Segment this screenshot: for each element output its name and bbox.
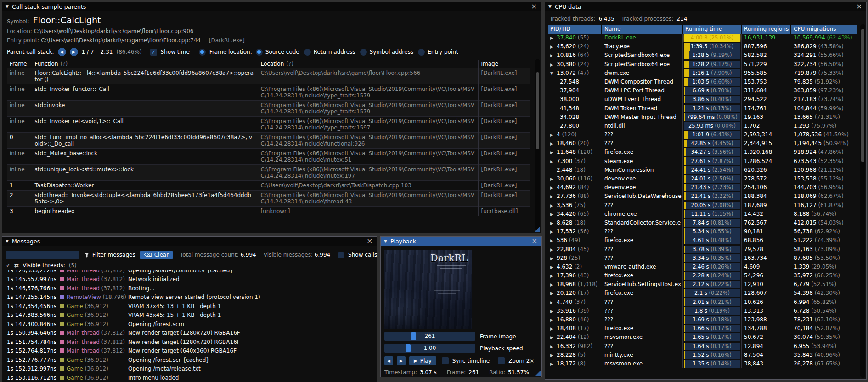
cpu-row[interactable]: ▶22,404 (12)msvsmon.exe1.65 s (0.17%)50,… — [548, 333, 866, 342]
zoom-2x-checkbox[interactable]: ✓ — [498, 357, 505, 364]
filter-input[interactable] — [6, 251, 79, 259]
callstack-row[interactable]: inlinestd::invokeC:\Program Files (x86)\… — [7, 101, 530, 117]
column-header-cpu-migrations[interactable]: CPU migrations — [791, 25, 858, 34]
cpu-row[interactable]: 34,028DWM Master Input Thread799.64 ms (… — [548, 113, 866, 122]
expand-icon[interactable]: ▶ — [550, 219, 557, 227]
expand-icon[interactable]: ▶ — [550, 360, 557, 368]
cpu-row[interactable]: 37,904DWM LPC Port Thread6.69 s (0.70%)3… — [548, 86, 866, 95]
cpu-row[interactable]: ▶4 (120)???1:01.9 (6.43%)2,593,3141,078,… — [548, 130, 866, 139]
collapse-icon[interactable]: ▼ — [6, 239, 9, 243]
cpu-row[interactable]: ▶928 (25)???3.34 s (0.35%)163,73487,605 … — [548, 254, 866, 263]
cpu-row[interactable]: ▶16,880 (46)???1.69 s (0.18%)123,98878,2… — [548, 315, 866, 324]
column-header-location[interactable]: Location(?) — [258, 60, 478, 68]
expand-icon[interactable]: ▶ — [550, 298, 557, 307]
callstack-scrollbar[interactable] — [535, 59, 540, 230]
message-row[interactable]: 1s 150,994,646nsMain thread (37,812)New … — [6, 329, 373, 338]
cpu-row[interactable]: ▶37,840 (55)DarkRL.exe4:00.8 (25.01%)16,… — [548, 34, 866, 42]
cpu-row[interactable]: ▶45,620 (24)Tracy.exe1:39.5 (10.34%)887,… — [548, 42, 866, 51]
message-row[interactable]: 1s 147,255,145nsRemoteView (18,796)Remot… — [6, 293, 373, 302]
cpu-row[interactable]: 27,800ntdll.dll25.93 ms (0.00%)1,7021,29… — [548, 122, 866, 130]
next-parent-button[interactable]: ▶ — [70, 48, 78, 56]
cpu-row[interactable]: ▶22,804 (45)???3.78 s (0.39%)79,57858,16… — [548, 245, 866, 254]
cpu-row[interactable]: ▶2,448 (18)MemCompression24.41 s (2.54%)… — [548, 166, 866, 174]
expand-icon[interactable]: ▶ — [550, 228, 557, 236]
message-row[interactable]: 1s 153,116,712nsGame (36,912)Intro menu … — [6, 373, 373, 382]
expand-icon[interactable]: ▶ — [550, 34, 557, 42]
cpu-row[interactable]: ▶4,740 (37)???2.01 s (0.21%)10,6266,994 … — [548, 298, 866, 307]
expand-icon[interactable]: ▶ — [550, 131, 557, 139]
cpu-row[interactable]: ▶18,172 (8)msvsmon.exe1.35 s (0.14%)38,8… — [548, 360, 866, 368]
scrollbar-thumb[interactable] — [861, 29, 864, 162]
messages-titlebar[interactable]: ▼ Messages × — [2, 237, 377, 246]
expand-icon[interactable]: ▶ — [550, 343, 557, 351]
radio-symbol-address[interactable]: Symbol address — [360, 49, 414, 56]
column-header-name[interactable]: Name — [602, 25, 683, 34]
expand-icon[interactable]: ▶ — [550, 351, 557, 360]
show-callstacks-checkbox[interactable]: ✓ — [338, 252, 344, 258]
cpu-row[interactable]: ▶34,420 (65)chrome.exe11.11 s (1.15%)14,… — [548, 210, 866, 219]
prev-frame-button[interactable]: ◀ — [384, 356, 393, 365]
play-button[interactable]: ▶Play — [409, 356, 436, 365]
close-icon[interactable]: × — [366, 238, 373, 245]
playback-titlebar[interactable]: ▼ Playback × — [381, 237, 541, 246]
cpu-row[interactable]: ▶3,536 (75)???20.05 s (2.08%)187,689116,… — [548, 201, 866, 210]
cpu-row[interactable]: 27,548DWM Compositor Thread1:03.5 (6.60%… — [548, 78, 866, 86]
clear-button[interactable]: ⌫ Clear — [140, 251, 173, 259]
expand-icon[interactable]: ▶ — [550, 263, 557, 271]
cpu-row[interactable]: ▶35,916 (39)???1.8 s (0.19%)13,3136,728 … — [548, 307, 866, 315]
radio-icon[interactable] — [256, 49, 263, 56]
cpu-row[interactable]: ▶17,396 (43)firefox.exe2.28 s (0.24%)54,… — [548, 271, 866, 280]
expand-icon[interactable]: ▶ — [550, 325, 557, 333]
callstack-row[interactable]: 3beginthreadex[unknown][ucrtbase.dll] — [7, 207, 530, 216]
expand-icon[interactable]: ▶ — [550, 316, 557, 324]
expand-icon[interactable]: ▶ — [550, 272, 557, 280]
message-row[interactable]: 1s 120,335,272nsMain thread (37,812)Open… — [6, 270, 373, 275]
expand-icon[interactable]: ▶ — [550, 246, 557, 254]
sync-timeline-checkbox[interactable]: ✓ — [442, 357, 449, 364]
frame-slider[interactable]: 261 — [384, 332, 475, 341]
close-icon[interactable]: × — [855, 3, 863, 10]
cpu-row[interactable]: ▼13,072 (47)dwm.exe1:16.1 (7.90%)955,585… — [548, 69, 866, 78]
callstack-row[interactable]: 2std::thread::_Invoke<std::tuple<<lambda… — [7, 191, 530, 207]
expand-icon[interactable]: ▶ — [550, 157, 557, 166]
show-time-checkbox[interactable]: ✓ — [150, 49, 157, 56]
close-icon[interactable]: × — [530, 238, 538, 245]
cpu-row[interactable]: ▶11,648 (120)firefox.exe34.27 s (3.56%)1… — [548, 148, 866, 157]
cpu-scrollbar[interactable] — [860, 24, 865, 378]
callstack-titlebar[interactable]: ▼ Call stack sample parents × — [2, 2, 541, 11]
expand-icon[interactable]: ▶ — [550, 281, 557, 289]
message-row[interactable]: 1s 152,776,777nsGame (36,912)Opening /fo… — [6, 355, 373, 365]
message-row[interactable]: 1s 147,383,566nsGame (36,912)VRAM 43x45:… — [6, 311, 373, 320]
cpu-row[interactable]: ▶20,120 (17)firefox.exe2.1 s (0.22%)128,… — [548, 289, 866, 298]
column-header-image[interactable]: Image — [478, 60, 530, 68]
callstack-row[interactable]: 1TaskDispatch::WorkerC:\Users\wolf\Deskt… — [7, 181, 530, 191]
expand-icon[interactable]: ▶ — [550, 184, 557, 192]
callstack-row[interactable]: inlineFloor::CalcLight::__l4::<lambda_5b… — [7, 68, 530, 84]
expand-icon[interactable]: ▶ — [550, 210, 557, 219]
column-header-running-time[interactable]: Running time — [683, 25, 742, 34]
column-header-pid-tid[interactable]: PID/TID — [548, 25, 602, 34]
expand-icon[interactable]: ▶ — [550, 254, 557, 263]
cpu-row[interactable]: ▶4,632 (2)vmware-authd.exe2.46 s (0.26%)… — [548, 263, 866, 271]
expand-icon[interactable]: ▶ — [550, 289, 557, 298]
cpu-row[interactable]: ▶7,300 (37)steam.exe27.61 s (2.87%)1,286… — [548, 157, 866, 166]
message-row[interactable]: 1s 147,354,456nsGame (36,912)VRAM 37x45:… — [6, 302, 373, 311]
expand-icon[interactable]: ▶ — [550, 140, 557, 148]
expand-icon[interactable]: ▶ — [550, 333, 557, 342]
cpu-titlebar[interactable]: ▼ CPU data × — [545, 2, 866, 11]
radio-icon[interactable] — [360, 49, 367, 56]
next-frame-button[interactable]: ▶ — [397, 356, 406, 365]
message-row[interactable]: 1s 145,557,997nsMain thread (37,812)Netw… — [6, 275, 373, 284]
cpu-row[interactable]: ▶18,408 (17)firefox.exe1.66 s (0.17%)134… — [548, 324, 866, 333]
cpu-row[interactable]: ▶44,692 (84)devenv.exe21.43 s (2.23%)254… — [548, 183, 866, 192]
prev-parent-button[interactable]: ◀ — [58, 48, 66, 56]
radio-icon[interactable] — [304, 49, 311, 56]
speed-slider[interactable]: 1.00 — [384, 344, 475, 353]
collapse-icon[interactable]: ▼ — [384, 239, 387, 243]
collapse-icon[interactable]: ▼ — [548, 5, 552, 9]
callstack-row[interactable]: inlinestd::_Mutex_base::lockC:\Program F… — [7, 149, 530, 165]
cpu-row[interactable]: ▶8,628 (18)StandardCollector.Service.e7.… — [548, 219, 866, 227]
radio-return-address[interactable]: Return address — [304, 49, 355, 56]
cpu-row[interactable]: ▶18,460 (20)???42.85 s (4.45%)2,344,9151… — [548, 139, 866, 148]
message-row[interactable]: 1s 147,400,846nsGame (36,912)Opening /fo… — [6, 320, 373, 329]
